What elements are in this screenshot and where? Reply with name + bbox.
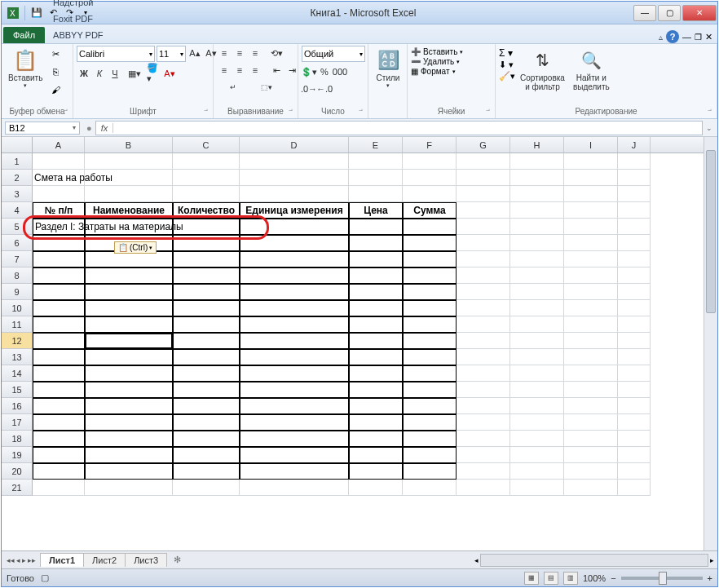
cell-A19[interactable]	[33, 447, 85, 463]
cell-D17[interactable]	[240, 414, 349, 431]
cell-E2[interactable]	[349, 170, 403, 186]
cell-J17[interactable]	[618, 414, 651, 431]
cell-H19[interactable]	[510, 447, 564, 463]
cell-I20[interactable]	[564, 463, 618, 480]
merge-button[interactable]: ⬚▾	[250, 80, 283, 95]
close-button[interactable]: ✕	[682, 5, 717, 21]
cell-G20[interactable]	[457, 463, 510, 480]
horizontal-scrollbar[interactable]	[480, 554, 708, 567]
cell-H15[interactable]	[510, 382, 564, 398]
row-header[interactable]: 10	[2, 300, 33, 316]
row-header[interactable]: 1	[2, 153, 33, 170]
cell-F15[interactable]	[403, 382, 457, 398]
sheet-tab-Лист3[interactable]: Лист3	[125, 553, 167, 567]
cell-C19[interactable]	[173, 447, 240, 463]
cell-C17[interactable]	[173, 414, 240, 431]
column-header-A[interactable]: A	[33, 137, 85, 153]
align-bottom-icon[interactable]: ≡	[248, 46, 262, 60]
cell-C3[interactable]	[173, 186, 240, 202]
cell-F2[interactable]	[403, 170, 457, 186]
cell-I12[interactable]	[564, 333, 618, 349]
cell-D12[interactable]	[240, 333, 349, 349]
cell-B1[interactable]	[85, 153, 173, 170]
cell-J16[interactable]	[618, 398, 651, 414]
cell-G8[interactable]	[457, 267, 510, 284]
cell-B9[interactable]	[85, 284, 173, 300]
cell-H1[interactable]	[510, 153, 564, 170]
cell-B4[interactable]: Наименование	[85, 202, 173, 219]
cell-A8[interactable]	[33, 267, 85, 284]
cell-A11[interactable]	[33, 316, 85, 333]
cell-I21[interactable]	[564, 480, 618, 496]
cell-F4[interactable]: Сумма	[403, 202, 457, 219]
cell-E10[interactable]	[349, 300, 403, 316]
cell-A3[interactable]	[33, 186, 85, 202]
row-header[interactable]: 2	[2, 170, 33, 186]
row-header[interactable]: 13	[2, 349, 33, 365]
cell-H10[interactable]	[510, 300, 564, 316]
cell-G13[interactable]	[457, 349, 510, 365]
cell-I6[interactable]	[564, 235, 618, 251]
cell-F20[interactable]	[403, 463, 457, 480]
row-header[interactable]: 20	[2, 463, 33, 480]
cell-E11[interactable]	[349, 316, 403, 333]
cell-F11[interactable]	[403, 316, 457, 333]
maximize-button[interactable]: ▢	[658, 5, 681, 21]
cell-H12[interactable]	[510, 333, 564, 349]
cell-G18[interactable]	[457, 431, 510, 447]
cell-C16[interactable]	[173, 398, 240, 414]
cell-F14[interactable]	[403, 365, 457, 382]
zoom-slider[interactable]	[621, 577, 703, 580]
cell-I18[interactable]	[564, 431, 618, 447]
row-header[interactable]: 5	[2, 219, 33, 235]
cell-H16[interactable]	[510, 398, 564, 414]
cell-I8[interactable]	[564, 267, 618, 284]
cell-A2[interactable]: Смета на работы	[33, 170, 85, 186]
cell-F12[interactable]	[403, 333, 457, 349]
delete-cells-button[interactable]: ➖Удалить▾	[411, 57, 460, 66]
vertical-scrollbar[interactable]	[704, 137, 717, 550]
cell-G5[interactable]	[457, 219, 510, 235]
cell-C20[interactable]	[173, 463, 240, 480]
cell-F1[interactable]	[403, 153, 457, 170]
row-header[interactable]: 6	[2, 235, 33, 251]
cell-B13[interactable]	[85, 349, 173, 365]
row-header[interactable]: 11	[2, 316, 33, 333]
cell-G2[interactable]	[457, 170, 510, 186]
cell-A6[interactable]	[33, 235, 85, 251]
cell-E18[interactable]	[349, 431, 403, 447]
cell-J10[interactable]	[618, 300, 651, 316]
row-header[interactable]: 19	[2, 447, 33, 463]
cell-H3[interactable]	[510, 186, 564, 202]
cell-B12[interactable]	[85, 333, 173, 349]
cell-H14[interactable]	[510, 365, 564, 382]
align-center-icon[interactable]: ≡	[232, 63, 247, 77]
cell-C15[interactable]	[173, 382, 240, 398]
cell-E5[interactable]	[349, 219, 403, 235]
zoom-out-button[interactable]: −	[611, 573, 615, 583]
format-cells-button[interactable]: ▦Формат▾	[411, 67, 456, 76]
cell-D6[interactable]	[240, 235, 349, 251]
cell-A21[interactable]	[33, 480, 85, 496]
cell-F21[interactable]	[403, 480, 457, 496]
new-sheet-button[interactable]: ✻	[167, 555, 187, 565]
cell-H2[interactable]	[510, 170, 564, 186]
cell-A16[interactable]	[33, 398, 85, 414]
mdi-minimize-icon[interactable]: —	[682, 32, 691, 42]
cell-F18[interactable]	[403, 431, 457, 447]
cell-C1[interactable]	[173, 153, 240, 170]
grow-font-icon[interactable]: A▴	[187, 46, 202, 60]
cell-C9[interactable]	[173, 284, 240, 300]
copy-button[interactable]: ⎘	[47, 64, 64, 80]
cell-A18[interactable]	[33, 431, 85, 447]
cell-F13[interactable]	[403, 349, 457, 365]
underline-button[interactable]: Ч	[108, 66, 122, 81]
cell-J3[interactable]	[618, 186, 651, 202]
cell-F3[interactable]	[403, 186, 457, 202]
column-header-C[interactable]: C	[173, 137, 240, 153]
cell-E3[interactable]	[349, 186, 403, 202]
bold-button[interactable]: Ж	[77, 66, 91, 81]
cell-D4[interactable]: Единица измерения	[240, 202, 349, 219]
cell-A12[interactable]	[33, 333, 85, 349]
cell-J19[interactable]	[618, 447, 651, 463]
